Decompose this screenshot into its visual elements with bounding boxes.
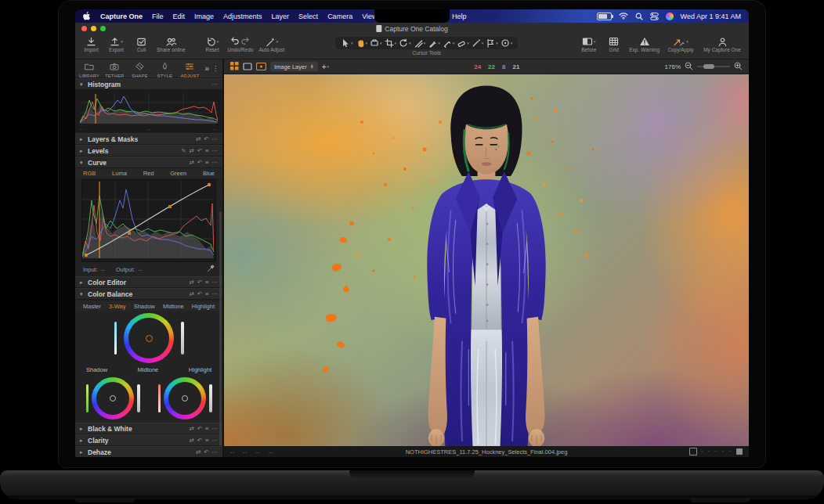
expand-tabs-icon[interactable]: » bbox=[204, 64, 209, 73]
more-icon[interactable]: ⋯ bbox=[212, 160, 219, 166]
wheel-center-marker[interactable] bbox=[146, 335, 153, 342]
panel-header-histogram[interactable]: ▾ Histogram ⋯ bbox=[75, 78, 222, 90]
sidebar-scrollbar[interactable] bbox=[219, 211, 222, 446]
curve-tab-green[interactable]: Green bbox=[170, 170, 186, 177]
copy-icon[interactable]: ⇄ bbox=[190, 160, 194, 166]
cb-tab-3way[interactable]: 3-Way bbox=[109, 303, 125, 310]
more-icon[interactable]: ⋯ bbox=[212, 291, 219, 297]
zoom-level[interactable]: 176% bbox=[665, 63, 681, 70]
copy-icon[interactable]: ⇄ bbox=[196, 136, 201, 142]
presets-icon[interactable]: ≡ bbox=[205, 160, 208, 166]
before-button[interactable]: ▾ Before bbox=[579, 36, 598, 52]
add-layer-button[interactable]: +▾ bbox=[322, 63, 329, 71]
color-tag-icon[interactable] bbox=[689, 448, 697, 455]
draw-mask-tool[interactable]: ▾ bbox=[472, 38, 484, 48]
tab-adjust[interactable]: ADJUST bbox=[179, 59, 200, 78]
menu-item-help[interactable]: Help bbox=[452, 13, 467, 20]
copy-apply-button[interactable]: ▾ Copy/Apply bbox=[665, 36, 696, 52]
copy-icon[interactable]: ⇄ bbox=[196, 449, 201, 455]
reset-icon[interactable]: ↶ bbox=[197, 437, 202, 444]
tab-overflow-menu-icon[interactable]: ⋮ bbox=[212, 65, 219, 72]
disclosure-icon[interactable]: ▸ bbox=[80, 279, 85, 286]
tab-shape[interactable]: SHAPE bbox=[129, 59, 150, 78]
wifi-icon[interactable] bbox=[619, 13, 628, 20]
my-capture-one-button[interactable]: My Capture One bbox=[702, 36, 743, 52]
menu-item-adjustments[interactable]: Adjustments bbox=[223, 13, 262, 20]
reset-icon[interactable]: ↶ bbox=[197, 291, 202, 297]
panel-header-levels[interactable]: ▸ Levels ✎⇄↶≡⋯ bbox=[75, 145, 222, 157]
more-icon[interactable]: ⋯ bbox=[212, 81, 219, 88]
menu-item-edit[interactable]: Edit bbox=[173, 13, 186, 20]
disclosure-icon[interactable]: ▸ bbox=[80, 449, 85, 455]
presets-icon[interactable]: ≡ bbox=[205, 279, 208, 286]
reset-button[interactable]: ▾ Reset bbox=[203, 36, 222, 52]
pen-icon[interactable]: ✎ bbox=[181, 148, 186, 154]
curve-tab-blue[interactable]: Blue bbox=[203, 170, 215, 177]
layer-selector[interactable]: Image Layer ▲▼ bbox=[270, 62, 318, 71]
apple-logo-icon[interactable] bbox=[83, 12, 91, 21]
highlight-luminance-slider[interactable] bbox=[209, 384, 212, 412]
panel-header-black-white[interactable]: ▸ Black & White ⇄↶≡⋯ bbox=[75, 423, 222, 434]
reset-icon[interactable]: ↶ bbox=[197, 426, 202, 432]
loupe-tool[interactable]: ▾ bbox=[370, 38, 382, 48]
menu-item-select[interactable]: Select bbox=[298, 13, 318, 20]
panel-header-color-editor[interactable]: ▸ Color Editor ⇄↶≡⋯ bbox=[75, 276, 222, 288]
panel-header-layers[interactable]: ▸ Layers & Masks ⇄↶⋯ bbox=[75, 133, 222, 145]
erase-tool[interactable]: ▾ bbox=[457, 38, 469, 48]
panel-header-dehaze[interactable]: ▸ Dehaze ⇄↶⋯ bbox=[75, 446, 222, 457]
cb-tab-highlight[interactable]: Highlight bbox=[192, 303, 215, 310]
auto-adjust-button[interactable]: ▾ Auto Adjust bbox=[258, 36, 284, 52]
disclosure-icon[interactable]: ▸ bbox=[80, 148, 85, 154]
panel-header-color-balance[interactable]: ▾ Color Balance ⇄↶≡⋯ bbox=[75, 288, 222, 300]
zoom-slider[interactable] bbox=[697, 66, 730, 68]
spot-removal-tool[interactable]: ▾ bbox=[428, 38, 440, 48]
midtone-saturation-slider[interactable] bbox=[114, 322, 117, 355]
shadow-color-wheel[interactable] bbox=[92, 377, 134, 419]
copy-icon[interactable]: ⇄ bbox=[190, 437, 194, 444]
zoom-in-icon[interactable] bbox=[734, 62, 743, 72]
presets-icon[interactable]: ≡ bbox=[205, 291, 208, 297]
exposure-warning-button[interactable]: Exp. Warning bbox=[629, 36, 660, 52]
cb-tab-shadow[interactable]: Shadow bbox=[134, 303, 155, 310]
presets-icon[interactable]: ≡ bbox=[205, 426, 208, 432]
zoom-slider-thumb[interactable] bbox=[703, 64, 714, 69]
spotlight-search-icon[interactable] bbox=[635, 13, 643, 20]
reset-icon[interactable]: ↶ bbox=[204, 136, 208, 142]
cull-button[interactable]: Cull bbox=[132, 36, 151, 52]
copy-icon[interactable]: ⇄ bbox=[190, 426, 194, 432]
menu-item-camera[interactable]: Camera bbox=[327, 13, 352, 20]
heal-tool[interactable]: ▾ bbox=[443, 38, 455, 48]
pan-tool[interactable]: ▾ bbox=[356, 38, 368, 48]
highlight-saturation-slider[interactable] bbox=[158, 384, 161, 412]
curve-tab-luma[interactable]: Luma bbox=[112, 170, 127, 177]
siri-icon[interactable] bbox=[666, 13, 674, 20]
wheel-center-marker[interactable] bbox=[182, 395, 188, 401]
star-rating[interactable]: · · · · · bbox=[701, 448, 732, 455]
tab-library[interactable]: LIBRARY bbox=[79, 59, 99, 78]
more-icon[interactable]: ⋯ bbox=[212, 449, 219, 455]
more-icon[interactable]: ⋯ bbox=[212, 437, 219, 444]
reset-icon[interactable]: ↶ bbox=[197, 160, 202, 166]
curve-graph[interactable] bbox=[81, 179, 216, 262]
grid-button[interactable]: Grid bbox=[604, 36, 623, 52]
highlight-color-wheel[interactable] bbox=[164, 377, 206, 419]
curve-tab-red[interactable]: Red bbox=[143, 170, 154, 177]
copy-icon[interactable]: ⇄ bbox=[190, 279, 194, 286]
proof-view-icon[interactable] bbox=[256, 59, 266, 74]
thumbnail-toggle-icon[interactable] bbox=[736, 448, 743, 455]
export-button[interactable]: ▾ Export bbox=[107, 36, 126, 52]
more-icon[interactable]: ⋯ bbox=[212, 148, 219, 154]
panel-header-curve[interactable]: ▾ Curve ⇄↶≡⋯ bbox=[75, 157, 222, 168]
zoom-out-icon[interactable] bbox=[685, 62, 693, 72]
photo-canvas[interactable] bbox=[224, 74, 749, 446]
disclosure-icon[interactable]: ▾ bbox=[80, 160, 85, 166]
copy-icon[interactable]: ⇄ bbox=[190, 148, 194, 154]
zoom-window-button[interactable] bbox=[100, 26, 106, 31]
select-tool[interactable]: ▾ bbox=[341, 38, 353, 48]
shadow-saturation-slider[interactable] bbox=[86, 384, 89, 412]
tab-style[interactable]: STYLE bbox=[154, 59, 175, 78]
reset-icon[interactable]: ↶ bbox=[197, 148, 202, 154]
crop-tool[interactable]: ▾ bbox=[385, 38, 397, 48]
more-icon[interactable]: ⋯ bbox=[212, 279, 219, 286]
rotate-tool[interactable]: ▾ bbox=[399, 38, 411, 48]
